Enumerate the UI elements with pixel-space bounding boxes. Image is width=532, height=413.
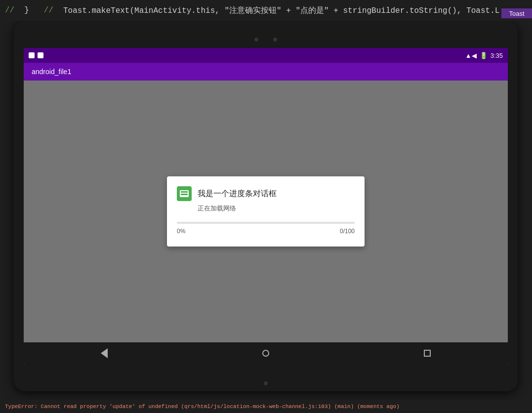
code-strip-top: // } // Toast.makeText(MainActivity.this… xyxy=(0,0,532,21)
bottom-speaker-dot xyxy=(264,381,268,385)
clock: 3:35 xyxy=(491,52,503,59)
tablet-bottom-area xyxy=(14,381,518,385)
notification-icon-2 xyxy=(38,52,43,58)
battery-icon: 🔋 xyxy=(480,52,488,59)
nav-bar xyxy=(24,342,508,364)
nav-recent-button[interactable] xyxy=(420,346,435,361)
app-bar-title: android_file1 xyxy=(32,68,71,76)
toast-label-text: Toast xyxy=(509,10,524,17)
app-bar: android_file1 xyxy=(24,63,508,81)
status-bar-right: ▲◀ 🔋 3:35 xyxy=(465,52,503,59)
progress-bar-container xyxy=(177,222,355,224)
error-text: TypeError: Cannot read property 'update'… xyxy=(5,404,400,410)
wifi-icon: ▲◀ xyxy=(465,52,477,59)
code-brace: } xyxy=(24,6,29,15)
dialog-app-icon xyxy=(177,186,192,201)
camera-dot-2 xyxy=(273,38,277,41)
progress-right-label: 0/100 xyxy=(340,228,355,235)
tablet-screen: ▲◀ 🔋 3:35 android_file1 我是一个进度条对话框 正在加载网… xyxy=(24,48,508,364)
code-comment-1: // xyxy=(5,6,14,15)
dialog-subtitle: 正在加载网络 xyxy=(198,204,355,213)
code-toast-line: Toast.makeText(MainActivity.this, "注意确实按… xyxy=(63,5,514,16)
tablet-top-area xyxy=(14,31,518,48)
progress-dialog: 我是一个进度条对话框 正在加载网络 0% 0/100 xyxy=(167,176,365,247)
progress-labels: 0% 0/100 xyxy=(177,228,355,235)
dialog-app-icon-inner xyxy=(180,190,189,197)
back-icon xyxy=(101,348,108,358)
code-strip-bottom: TypeError: Cannot read property 'update'… xyxy=(0,400,532,413)
code-comment-2: // xyxy=(44,6,53,15)
progress-left-label: 0% xyxy=(177,228,185,235)
main-content: 我是一个进度条对话框 正在加载网络 0% 0/100 xyxy=(24,81,508,342)
home-icon xyxy=(262,350,269,357)
dialog-header: 我是一个进度条对话框 xyxy=(177,186,355,201)
toast-label: Toast xyxy=(501,8,532,18)
nav-back-button[interactable] xyxy=(97,346,112,361)
notification-icon-1 xyxy=(29,52,35,58)
tablet-device: ▲◀ 🔋 3:35 android_file1 我是一个进度条对话框 正在加载网… xyxy=(14,21,518,391)
status-bar: ▲◀ 🔋 3:35 xyxy=(24,48,508,63)
recent-icon xyxy=(424,350,431,357)
camera-dot-1 xyxy=(254,38,258,41)
dialog-title: 我是一个进度条对话框 xyxy=(198,189,277,199)
status-bar-left xyxy=(29,52,43,58)
nav-home-button[interactable] xyxy=(258,346,273,361)
